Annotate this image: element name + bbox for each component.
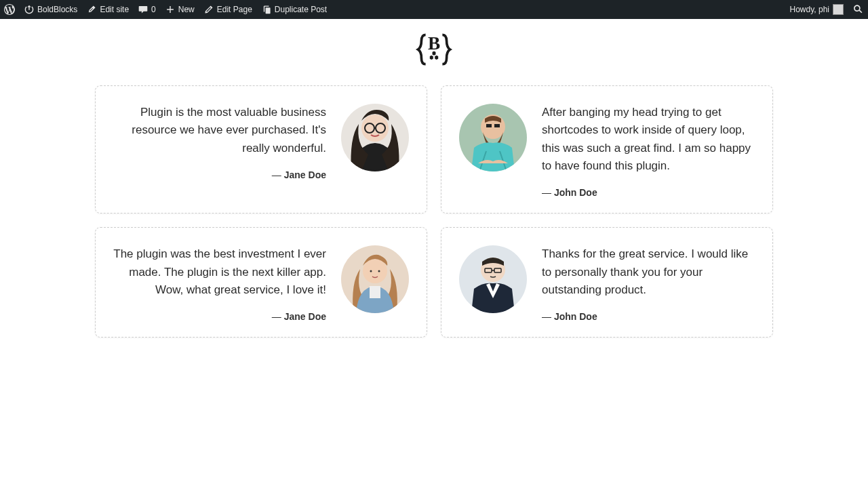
svg-marker-3: [433, 51, 436, 55]
duplicate-post-link[interactable]: Duplicate Post: [262, 0, 327, 19]
svg-point-16: [378, 270, 380, 272]
testimonial-author: — John Doe: [542, 311, 755, 322]
testimonial-avatar: [459, 104, 527, 171]
search-icon: [853, 4, 864, 15]
edit-site-link[interactable]: Edit site: [87, 0, 129, 19]
site-name-link[interactable]: BoldBlocks: [24, 0, 77, 19]
comment-icon: [138, 5, 148, 14]
testimonial-card: Thanks for the great service. I would li…: [441, 227, 773, 338]
testimonial-author: — Jane Doe: [113, 169, 326, 180]
search-toggle[interactable]: [853, 0, 864, 19]
testimonial-avatar: [341, 104, 409, 171]
comment-count: 0: [151, 5, 156, 14]
testimonial-card: Plugin is the most valuable business res…: [95, 85, 427, 214]
dashboard-icon: [24, 5, 34, 14]
comments-link[interactable]: 0: [138, 0, 156, 19]
svg-point-14: [363, 259, 387, 283]
testimonial-card: After banging my head trying to get shor…: [441, 85, 773, 214]
wp-admin-bar: BoldBlocks Edit site 0 New Edit Page Dup…: [0, 0, 868, 19]
testimonial-quote: After banging my head trying to get shor…: [542, 104, 755, 175]
testimonial-card: The plugin was the best investment I eve…: [95, 227, 427, 338]
testimonial-author: — John Doe: [542, 187, 755, 198]
testimonial-quote: The plugin was the best investment I eve…: [113, 245, 326, 299]
duplicate-post-label: Duplicate Post: [275, 5, 327, 14]
new-label: New: [178, 5, 195, 14]
howdy-label: Howdy, phi: [790, 5, 829, 14]
svg-marker-1: [430, 56, 433, 60]
my-account-link[interactable]: Howdy, phi: [790, 0, 844, 19]
plus-icon: [165, 5, 175, 14]
svg-rect-11: [486, 124, 492, 127]
new-link[interactable]: New: [165, 0, 195, 19]
testimonial-grid: Plugin is the most valuable business res…: [95, 85, 773, 338]
edit-site-label: Edit site: [100, 5, 129, 14]
pencil-icon: [204, 5, 214, 14]
duplicate-icon: [262, 5, 271, 14]
testimonial-quote: Thanks for the great service. I would li…: [542, 245, 755, 299]
edit-page-link[interactable]: Edit Page: [204, 0, 252, 19]
site-logo: B: [0, 19, 868, 85]
svg-marker-2: [435, 56, 438, 60]
testimonial-avatar: [341, 245, 409, 313]
testimonial-quote: Plugin is the most valuable business res…: [113, 104, 326, 157]
boldblocks-logo-icon: B: [413, 28, 455, 70]
wp-logo[interactable]: [4, 0, 15, 19]
user-avatar-icon: [833, 4, 844, 15]
edit-page-label: Edit Page: [217, 5, 252, 14]
site-name-label: BoldBlocks: [37, 5, 77, 14]
svg-point-15: [370, 270, 372, 272]
svg-text:B: B: [428, 33, 440, 54]
svg-rect-17: [370, 286, 380, 298]
testimonial-author: — Jane Doe: [113, 311, 326, 322]
svg-rect-12: [494, 124, 500, 127]
brush-icon: [87, 5, 96, 14]
testimonial-avatar: [459, 245, 527, 313]
